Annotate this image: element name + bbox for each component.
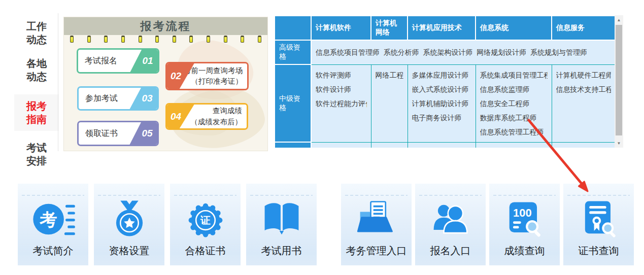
card-exam-intro[interactable]: 考 考试简介 xyxy=(18,184,88,265)
flow-step-3: 参加考试 03 xyxy=(77,86,159,111)
flow-step-1: 考试报名 01 xyxy=(77,48,159,74)
table-level-intermediate: 中级资格 xyxy=(275,64,311,142)
table-scrollbar[interactable]: ▲ ▼ xyxy=(615,15,623,148)
qual-cell: 网络管理员 xyxy=(371,142,408,148)
qual-cell: 计算机硬件工程师 信息技术支持工程师 xyxy=(552,64,615,142)
registration-flowchart: 报考流程 考试报名 01 02 考前一周查询考场（打印准考证） 参加考试 03 xyxy=(63,17,268,151)
card-exam-admin-entry[interactable]: 考务管理入口 xyxy=(341,184,412,265)
table-col-header: 信息系统 xyxy=(476,16,552,40)
sidebar-nav: 工作 动态 各地 动态 报考 指南 考试 安排 xyxy=(14,17,59,170)
folder-doc-icon xyxy=(353,198,400,240)
card-label: 成绩查询 xyxy=(504,244,545,258)
flow-step-label: 查询成绩（成绩发布后） xyxy=(191,106,247,127)
card-certificate-query[interactable]: 证书查询 xyxy=(563,184,634,265)
scroll-up-icon[interactable]: ▲ xyxy=(615,16,623,24)
scroll-down-icon[interactable]: ▼ xyxy=(615,139,623,147)
card-label: 考试用书 xyxy=(261,244,302,258)
svg-text:证: 证 xyxy=(200,215,211,226)
cert-search-icon xyxy=(575,198,623,240)
score-search-icon: 100 xyxy=(501,198,549,240)
exam-intro-icon: 考 xyxy=(29,198,77,240)
qual-cell: 网络工程师 xyxy=(371,64,408,142)
binder-pins xyxy=(70,36,261,43)
qualification-table-scroll-area[interactable]: 计算机软件 计算机网络 计算机应用技术 信息系统 信息服务 高级资格 信息系统项… xyxy=(274,15,615,148)
sidebar-item-local-news[interactable]: 各地 动态 xyxy=(14,54,59,86)
book-icon xyxy=(258,198,306,240)
info-cards-group: 考 考试简介 资格设置 xyxy=(18,184,317,265)
card-label: 考务管理入口 xyxy=(346,244,407,258)
qual-cell: 网页制作员 信息处理技术员 xyxy=(552,142,615,148)
flow-step-label: 考前一周查询考场（打印准考证） xyxy=(184,65,247,87)
flow-step-4: 04 查询成绩（成绩发布后） xyxy=(165,103,248,130)
qual-cell: 多媒体应用制作技术员 电子商务技术员 xyxy=(408,142,476,148)
flow-step-label: 领取证书 xyxy=(79,128,118,139)
flow-step-5: 领取证书 05 xyxy=(77,121,159,146)
softexam-portal-page: 工作 动态 各地 动态 报考 指南 考试 安排 报考流程 考试报名 01 02 … xyxy=(0,0,644,275)
table-col-header: 计算机软件 xyxy=(311,16,371,40)
sidebar-item-registration-guide[interactable]: 报考 指南 xyxy=(14,94,59,131)
qualification-table-panel: 计算机软件 计算机网络 计算机应用技术 信息系统 信息服务 高级资格 信息系统项… xyxy=(274,15,623,148)
users-icon xyxy=(427,198,474,240)
entry-cards-group: 考务管理入口 报名入口 100 成绩查询 xyxy=(341,184,634,265)
qual-cell-senior: 信息系统项目管理师 系统分析师 系统架构设计师 网络规划设计师 系统规划与管理师 xyxy=(311,40,615,64)
svg-text:考: 考 xyxy=(39,210,57,229)
table-corner-cell xyxy=(275,16,311,40)
qual-cell: 程序员 xyxy=(311,142,371,148)
table-col-header: 计算机应用技术 xyxy=(408,16,476,40)
qualification-table: 计算机软件 计算机网络 计算机应用技术 信息系统 信息服务 高级资格 信息系统项… xyxy=(274,15,615,148)
flow-step-number-wedge: 03 xyxy=(129,87,158,110)
card-label: 合格证书 xyxy=(185,244,226,258)
qual-cell: 系统集成项目管理工程师 信息系统监理师 信息安全工程师 数据库系统工程师 信息系… xyxy=(476,64,552,142)
card-certificate[interactable]: 证 合格证书 xyxy=(170,184,241,265)
flow-step-2: 02 考前一周查询考场（打印准考证） xyxy=(165,62,249,90)
table-col-header: 信息服务 xyxy=(552,16,615,40)
sidebar-item-exam-schedule[interactable]: 考试 安排 xyxy=(14,138,59,170)
medal-icon xyxy=(106,198,153,240)
qual-cell: 多媒体应用设计师 嵌入式系统设计师 计算机辅助设计师 电子商务设计师 xyxy=(408,64,476,142)
flowchart-title: 报考流程 xyxy=(64,17,267,35)
card-signup-entry[interactable]: 报名入口 xyxy=(415,184,486,265)
scrollbar-thumb[interactable] xyxy=(616,25,622,135)
card-label: 证书查询 xyxy=(579,244,619,258)
card-label: 考试简介 xyxy=(33,244,74,258)
seal-icon: 证 xyxy=(182,198,229,240)
flow-step-label: 参加考试 xyxy=(79,93,118,104)
flow-step-label: 考试报名 xyxy=(78,56,117,66)
sidebar-divider xyxy=(58,13,58,151)
sidebar-item-work-news[interactable]: 工作 动态 xyxy=(14,17,59,49)
qual-cell: 信息系统运行管理员 xyxy=(476,142,552,148)
card-score-query[interactable]: 100 成绩查询 xyxy=(489,184,560,265)
card-label: 报名入口 xyxy=(430,244,471,258)
card-label: 资格设置 xyxy=(109,244,150,258)
flow-step-number-wedge: 01 xyxy=(130,49,158,73)
card-qualification-setup[interactable]: 资格设置 xyxy=(94,184,164,265)
flow-step-number-wedge: 05 xyxy=(129,122,158,145)
table-level-junior: 初级资格 xyxy=(275,142,311,148)
qual-cell: 软件评测师 软件设计师 软件过程能力评估师 xyxy=(311,64,371,142)
svg-text:100: 100 xyxy=(513,207,532,219)
card-exam-books[interactable]: 考试用书 xyxy=(246,184,317,265)
table-col-header: 计算机网络 xyxy=(371,16,408,40)
table-level-senior: 高级资格 xyxy=(275,40,311,64)
